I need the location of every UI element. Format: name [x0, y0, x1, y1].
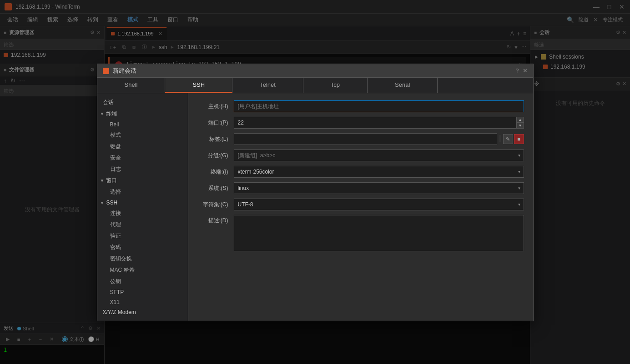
terminal-label: 终端:(I): [197, 168, 234, 176]
dialog-title-text: 新建会话: [113, 67, 136, 75]
tag-row-btns: | ✎ ■: [499, 134, 524, 144]
port-field: ▲ ▼: [234, 117, 524, 129]
tag-label: 标签:(L): [197, 135, 234, 143]
dialog-icon: [103, 68, 109, 74]
port-stepper: ▲ ▼: [517, 117, 524, 129]
dtree-select[interactable]: 选择: [97, 186, 188, 198]
dtree-modem[interactable]: X/Y/Z Modem: [97, 307, 188, 317]
dtree-kex[interactable]: 密钥交换: [97, 253, 188, 264]
dialog-close-btn[interactable]: ✕: [523, 67, 528, 74]
charset-select-wrapper: UTF-8: [234, 199, 524, 210]
dialog-form: 主机:(H) 端口:(P) ▲ ▼ 标签:(L): [188, 93, 533, 321]
dtree-ssh-label: SSH: [106, 199, 117, 206]
tag-separator: |: [499, 134, 501, 144]
dtree-sftp[interactable]: SFTP: [97, 287, 188, 297]
dtree-connect[interactable]: 连接: [97, 208, 188, 219]
tag-input[interactable]: [234, 133, 498, 145]
dialog-tab-telnet[interactable]: Telnet: [232, 78, 303, 93]
system-select[interactable]: linux: [234, 182, 524, 194]
charset-label: 字符集:(C): [197, 201, 234, 209]
dtree-security[interactable]: 安全: [97, 152, 188, 164]
form-row-tag: 标签:(L) | ✎ ■: [197, 133, 524, 145]
terminal-select[interactable]: xterm-256color: [234, 166, 524, 178]
dialog-title-left: 新建会话: [103, 67, 136, 75]
form-row-host: 主机:(H): [197, 100, 524, 112]
system-select-wrapper: linux: [234, 182, 524, 194]
dtree-keyboard[interactable]: 键盘: [97, 141, 188, 152]
desc-label: 描述:(D): [197, 217, 234, 224]
group-label: 分组:(G): [197, 152, 234, 160]
dialog-title-right: ? ✕: [515, 67, 527, 74]
port-input[interactable]: [234, 117, 517, 129]
dialog-tree: 会话 ▼ 终端 Bell 模式 键盘 安全 日志 ▼ 窗口 选择 ▼ SSH: [97, 93, 188, 321]
new-session-dialog: 新建会话 ? ✕ Shell SSH Telnet Tcp Serial 会话 …: [97, 64, 534, 321]
charset-select[interactable]: UTF-8: [234, 199, 524, 210]
form-row-desc: 描述:(D): [197, 215, 524, 251]
port-label: 端口:(P): [197, 119, 234, 127]
dialog-tab-ssh[interactable]: SSH: [165, 78, 232, 93]
terminal-select-wrapper: xterm-256color: [234, 166, 524, 178]
dtree-ssh-arrow: ▼: [100, 200, 105, 205]
host-label: 主机:(H): [197, 103, 234, 110]
dtree-session[interactable]: 会话: [97, 97, 188, 108]
dtree-mode[interactable]: 模式: [97, 130, 188, 141]
dtree-bell[interactable]: Bell: [97, 120, 188, 130]
dtree-window-arrow: ▼: [100, 178, 105, 183]
desc-textarea[interactable]: [234, 215, 524, 251]
form-row-port: 端口:(P) ▲ ▼: [197, 117, 524, 129]
dtree-proxy[interactable]: 代理: [97, 219, 188, 230]
port-up-btn[interactable]: ▲: [517, 117, 524, 123]
dtree-mac[interactable]: MAC 哈希: [97, 264, 188, 276]
dtree-auth[interactable]: 验证: [97, 230, 188, 242]
dialog-help-btn[interactable]: ?: [515, 67, 519, 74]
dialog-tab-serial[interactable]: Serial: [368, 78, 438, 93]
dialog-tab-shell[interactable]: Shell: [97, 78, 166, 93]
form-row-system: 系统:(S) linux: [197, 182, 524, 194]
dtree-x11[interactable]: X11: [97, 297, 188, 307]
form-row-charset: 字符集:(C) UTF-8: [197, 199, 524, 210]
dtree-terminal-arrow: ▼: [100, 111, 105, 116]
dtree-terminal-group[interactable]: ▼ 终端: [97, 108, 188, 120]
host-input[interactable]: [234, 100, 524, 112]
system-label: 系统:(S): [197, 184, 234, 192]
dialog-tab-tcp[interactable]: Tcp: [303, 78, 368, 93]
dtree-password[interactable]: 密码: [97, 242, 188, 253]
group-select-wrapper: [234, 150, 524, 161]
dialog-body: 会话 ▼ 终端 Bell 模式 键盘 安全 日志 ▼ 窗口 选择 ▼ SSH: [97, 93, 533, 321]
group-input[interactable]: [234, 150, 524, 161]
tag-edit-btn[interactable]: ✎: [503, 134, 513, 144]
dtree-ssh-group[interactable]: ▼ SSH: [97, 198, 188, 208]
dialog-tabs: Shell SSH Telnet Tcp Serial: [97, 78, 533, 93]
dialog-titlebar: 新建会话 ? ✕: [97, 64, 533, 78]
dtree-terminal-label: 终端: [106, 110, 117, 118]
port-down-btn[interactable]: ▼: [517, 123, 524, 129]
tag-color-btn[interactable]: ■: [514, 134, 524, 144]
form-row-terminal: 终端:(I) xterm-256color: [197, 166, 524, 178]
form-row-group: 分组:(G): [197, 150, 524, 161]
dtree-log[interactable]: 日志: [97, 164, 188, 175]
dtree-window-label: 窗口: [106, 177, 117, 184]
dtree-pubkey[interactable]: 公钥: [97, 276, 188, 287]
dtree-window-group[interactable]: ▼ 窗口: [97, 175, 188, 186]
dialog-overlay: 新建会话 ? ✕ Shell SSH Telnet Tcp Serial 会话 …: [0, 0, 630, 364]
